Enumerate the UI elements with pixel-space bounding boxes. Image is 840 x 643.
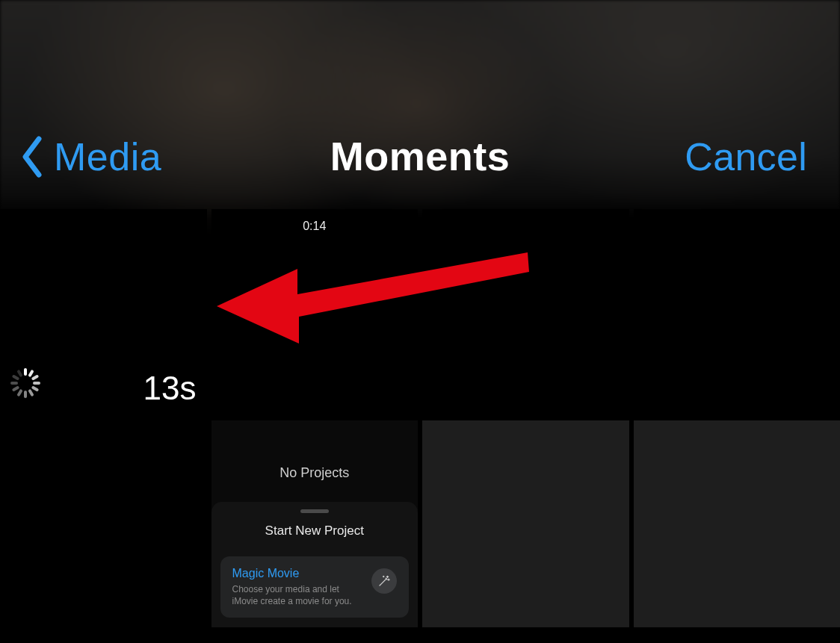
chevron-left-icon xyxy=(18,134,46,179)
start-project-sheet: Start New Project Magic Movie Choose you… xyxy=(211,502,419,627)
loading-spinner-icon xyxy=(9,367,42,400)
media-item-imovie-start[interactable]: No Projects Start New Project Magic Movi… xyxy=(211,420,419,627)
cancel-button[interactable]: Cancel xyxy=(685,134,807,179)
svg-rect-10 xyxy=(12,374,20,380)
media-item-video-loading[interactable]: 13s xyxy=(0,209,207,416)
svg-rect-11 xyxy=(16,370,22,378)
svg-rect-7 xyxy=(16,389,22,397)
svg-rect-0 xyxy=(24,368,27,376)
page-title: Moments xyxy=(330,133,510,179)
svg-rect-1 xyxy=(28,370,34,378)
grid-empty-slot xyxy=(634,420,841,627)
media-item-empty[interactable] xyxy=(422,209,629,416)
magic-wand-icon xyxy=(371,568,397,594)
svg-rect-2 xyxy=(31,374,40,380)
no-projects-label: No Projects xyxy=(211,465,419,481)
app-root: Media Moments Cancel xyxy=(0,0,840,643)
magic-movie-card: Magic Movie Choose your media and let iM… xyxy=(220,556,410,618)
svg-rect-4 xyxy=(31,385,40,391)
card-title-label: Magic Movie xyxy=(232,567,365,580)
screenshot-timer-content: 0:14 xyxy=(211,209,419,416)
video-time-label: 0:14 xyxy=(303,220,326,233)
header-bar: Media Moments Cancel xyxy=(0,0,840,209)
sheet-title-label: Start New Project xyxy=(220,524,410,538)
card-desc-label: Choose your media and let iMovie create … xyxy=(232,583,365,607)
video-duration-label: 13s xyxy=(143,370,197,407)
svg-rect-6 xyxy=(24,391,27,398)
back-button[interactable]: Media xyxy=(18,134,161,179)
imovie-start-screenshot: No Projects Start New Project Magic Movi… xyxy=(211,420,419,627)
svg-rect-3 xyxy=(33,382,40,385)
grid-empty-slot xyxy=(422,420,629,627)
media-item-empty[interactable] xyxy=(634,209,841,416)
sheet-grabber-icon xyxy=(300,509,329,513)
svg-rect-5 xyxy=(28,389,34,397)
media-item-empty[interactable] xyxy=(0,420,207,627)
media-grid[interactable]: 13s 0:14 No Projects Start New Project M… xyxy=(0,209,840,643)
media-item-screenshot-timer[interactable]: 0:14 xyxy=(211,209,419,416)
back-button-label: Media xyxy=(54,134,161,179)
svg-rect-9 xyxy=(10,382,18,385)
svg-rect-8 xyxy=(12,385,20,391)
